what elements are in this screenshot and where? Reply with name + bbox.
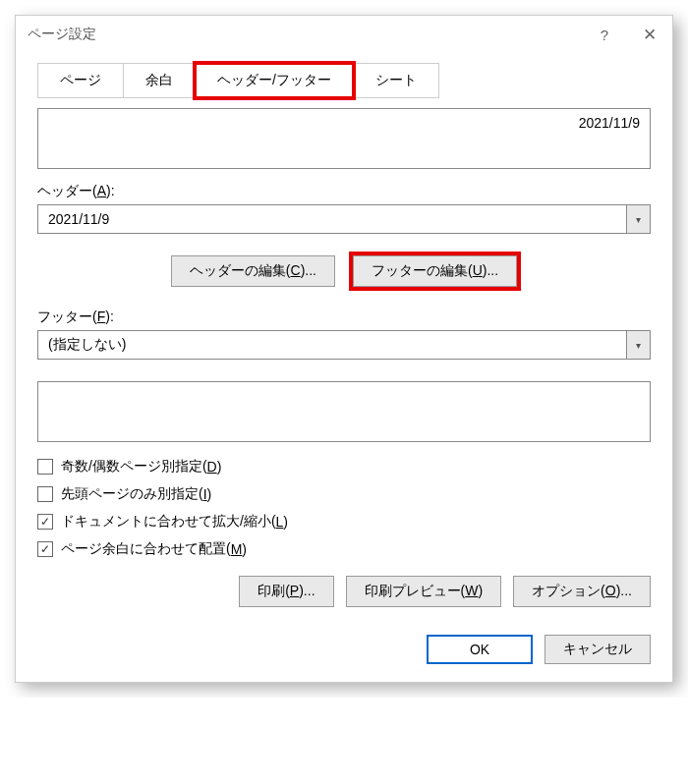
footer-select[interactable]: (指定しない) ▾ — [37, 330, 651, 360]
dialog-content: ページ 余白 ヘッダー/フッター シート 2021/11/9 ヘッダー(A): … — [16, 53, 672, 625]
footer-select-value: (指定しない) — [37, 330, 627, 360]
header-preview: 2021/11/9 — [37, 108, 651, 169]
chevron-down-icon[interactable]: ▾ — [627, 204, 651, 234]
print-preview-button[interactable]: 印刷プレビュー(W) — [346, 576, 502, 607]
help-button[interactable]: ? — [582, 16, 627, 53]
checkbox-align-margin[interactable]: ✓ ページ余白に合わせて配置(M) — [37, 540, 651, 558]
footer-preview — [37, 381, 651, 442]
checkbox-first-page[interactable]: 先頭ページのみ別指定(I) — [37, 485, 651, 503]
close-button[interactable]: ✕ — [627, 16, 672, 53]
tab-margins[interactable]: 余白 — [123, 63, 196, 98]
edit-buttons-row: ヘッダーの編集(C)... フッターの編集(U)... — [37, 255, 651, 287]
page-setup-dialog: ページ設定 ? ✕ ページ 余白 ヘッダー/フッター シート 2021/11/9… — [15, 15, 673, 683]
header-label: ヘッダー(A): — [37, 183, 651, 200]
ok-button[interactable]: OK — [427, 635, 533, 664]
tab-strip: ページ 余白 ヘッダー/フッター シート — [37, 63, 651, 98]
print-buttons-row: 印刷(P)... 印刷プレビュー(W) オプション(O)... — [37, 576, 651, 607]
header-preview-text: 2021/11/9 — [579, 115, 640, 131]
tab-header-footer[interactable]: ヘッダー/フッター — [195, 63, 354, 98]
checkbox-icon — [37, 486, 53, 502]
edit-header-button[interactable]: ヘッダーの編集(C)... — [171, 255, 335, 287]
dialog-action-row: OK キャンセル — [16, 625, 672, 682]
checkbox-icon: ✓ — [37, 541, 53, 557]
checkbox-odd-even[interactable]: 奇数/偶数ページ別指定(D) — [37, 458, 651, 476]
header-select[interactable]: 2021/11/9 ▾ — [37, 204, 651, 234]
options-button[interactable]: オプション(O)... — [513, 576, 651, 607]
footer-label: フッター(F): — [37, 308, 651, 326]
checkbox-scale-doc[interactable]: ✓ ドキュメントに合わせて拡大/縮小(L) — [37, 513, 651, 531]
header-select-value: 2021/11/9 — [37, 204, 627, 234]
tab-sheet[interactable]: シート — [353, 63, 439, 98]
titlebar: ページ設定 ? ✕ — [16, 16, 672, 53]
checkbox-icon — [37, 459, 53, 475]
header-footer-panel: 2021/11/9 ヘッダー(A): 2021/11/9 ▾ ヘッダーの編集(C… — [37, 108, 651, 607]
tab-page[interactable]: ページ — [37, 63, 124, 98]
dialog-title: ページ設定 — [28, 26, 582, 43]
chevron-down-icon[interactable]: ▾ — [627, 330, 651, 360]
cancel-button[interactable]: キャンセル — [545, 635, 651, 664]
print-button[interactable]: 印刷(P)... — [239, 576, 333, 607]
checkbox-icon: ✓ — [37, 514, 53, 530]
edit-footer-button[interactable]: フッターの編集(U)... — [353, 255, 517, 287]
